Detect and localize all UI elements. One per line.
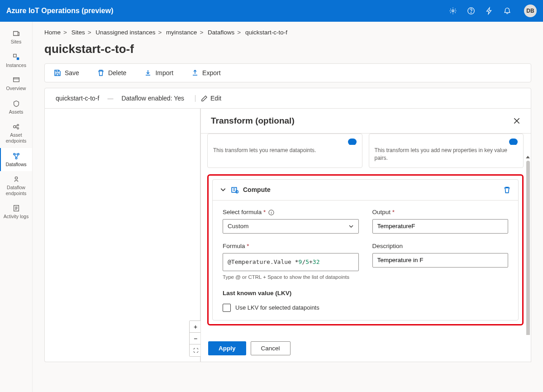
svg-point-0 xyxy=(452,10,454,12)
select-formula-value: Custom xyxy=(228,223,249,229)
nav-assets-label: Assets xyxy=(9,109,24,115)
apply-button[interactable]: Apply xyxy=(208,341,246,355)
nav-instances-label: Instances xyxy=(6,62,26,68)
zoom-controls: + − ⛶ xyxy=(189,320,202,357)
delete-label: Delete xyxy=(108,69,126,76)
nav-dataflows[interactable]: Dataflows xyxy=(0,148,32,172)
lkv-heading: Last known value (LKV) xyxy=(223,290,508,296)
nav-overview-label: Overview xyxy=(6,86,26,91)
crumb-instance[interactable]: myinstance xyxy=(166,29,197,36)
output-label: Output * xyxy=(372,209,509,215)
export-button[interactable]: Export xyxy=(191,69,220,76)
settings-icon[interactable] xyxy=(449,7,457,15)
zoom-in-button[interactable]: + xyxy=(190,321,201,333)
compute-card: Compute Select formula * xyxy=(212,179,519,320)
cancel-button[interactable]: Cancel xyxy=(251,341,291,355)
compute-highlight: Compute Select formula * xyxy=(207,174,524,325)
left-nav: Sites Instances Overview Assets Asset en… xyxy=(0,22,33,392)
svg-point-2 xyxy=(471,13,471,13)
panel-heading: Transform (optional) xyxy=(211,116,513,126)
nav-sites-label: Sites xyxy=(11,39,21,45)
nav-sites[interactable]: Sites xyxy=(0,25,32,49)
header-actions: DB xyxy=(449,5,537,17)
edit-label: Edit xyxy=(210,95,221,102)
lkv-checkbox[interactable] xyxy=(223,304,231,312)
svg-point-15 xyxy=(236,191,238,193)
svg-point-6 xyxy=(13,126,15,128)
select-formula-label: Select formula * xyxy=(223,209,359,215)
crumb-current: quickstart-c-to-f xyxy=(245,29,287,36)
user-avatar[interactable]: DB xyxy=(524,5,537,17)
close-icon[interactable] xyxy=(513,117,521,125)
dropdown-chevron-icon xyxy=(348,224,354,229)
notifications-icon[interactable] xyxy=(503,7,511,15)
nav-assets[interactable]: Assets xyxy=(0,96,32,119)
scroll-up-icon[interactable] xyxy=(525,154,531,160)
edit-button[interactable]: Edit xyxy=(195,95,221,102)
toolbar: Save Delete Import Export xyxy=(44,63,531,82)
save-button[interactable]: Save xyxy=(54,69,79,76)
graph-canvas[interactable] xyxy=(44,109,200,362)
compute-icon xyxy=(231,186,238,194)
export-label: Export xyxy=(202,69,220,76)
save-label: Save xyxy=(65,69,79,76)
scrollbar[interactable] xyxy=(526,161,530,335)
svg-point-10 xyxy=(17,153,19,155)
crumb-unassigned[interactable]: Unassigned instances xyxy=(95,29,155,36)
import-label: Import xyxy=(155,69,173,76)
page-title: quickstart-c-to-f xyxy=(33,40,543,63)
delete-icon[interactable] xyxy=(503,186,511,194)
help-icon[interactable] xyxy=(467,7,475,15)
breadcrumb: Home> Sites> Unassigned instances> myins… xyxy=(33,22,543,40)
dataflow-enabled: Dataflow enabled: Yes xyxy=(121,95,184,102)
description-input[interactable] xyxy=(372,253,509,268)
main-content: Home> Sites> Unassigned instances> myins… xyxy=(33,22,543,392)
nav-asset-endpoints-label: Asset endpoints xyxy=(2,132,30,143)
formula-label: Formula * xyxy=(223,243,359,249)
rename-add-pill[interactable] xyxy=(348,139,357,145)
nav-activity-logs-label: Activity logs xyxy=(4,214,29,220)
whatsnew-icon[interactable] xyxy=(485,7,493,15)
rename-desc: This transform lets you rename datapoint… xyxy=(213,147,357,154)
rename-tile[interactable]: This transform lets you rename datapoint… xyxy=(207,134,362,168)
newprop-tile[interactable]: This transform lets you add new properti… xyxy=(369,134,524,168)
info-icon[interactable] xyxy=(268,210,274,215)
svg-point-11 xyxy=(15,157,17,159)
dataflow-name: quickstart-c-to-f xyxy=(56,95,99,102)
nav-activity-logs[interactable]: Activity logs xyxy=(0,200,32,224)
svg-point-9 xyxy=(13,153,15,155)
nav-overview[interactable]: Overview xyxy=(0,72,32,96)
separator: — xyxy=(107,95,113,102)
crumb-sites[interactable]: Sites xyxy=(71,29,85,36)
chevron-down-icon[interactable] xyxy=(220,186,226,193)
transform-panel: Transform (optional) This transform lets… xyxy=(200,109,531,362)
svg-rect-4 xyxy=(16,57,19,59)
newprop-desc: This transform lets you add new properti… xyxy=(375,147,518,162)
formula-input[interactable]: @Temperature.Value * 9/5 + 32 xyxy=(223,253,359,271)
description-label: Description xyxy=(372,243,509,249)
svg-rect-3 xyxy=(13,54,16,57)
output-input[interactable] xyxy=(372,219,509,234)
newprop-add-pill[interactable] xyxy=(509,139,518,145)
top-header: Azure IoT Operations (preview) DB xyxy=(0,0,543,22)
delete-button[interactable]: Delete xyxy=(97,69,126,76)
zoom-out-button[interactable]: − xyxy=(190,333,201,344)
formula-hint: Type @ or CTRL + Space to show the list … xyxy=(223,273,359,281)
svg-point-12 xyxy=(15,177,17,179)
nav-dataflows-label: Dataflows xyxy=(5,162,26,167)
crumb-home[interactable]: Home xyxy=(44,29,61,36)
svg-rect-5 xyxy=(13,78,19,82)
nav-dataflow-endpoints-label: Dataflow endpoints xyxy=(2,185,30,196)
import-button[interactable]: Import xyxy=(144,69,173,76)
app-title: Azure IoT Operations (preview) xyxy=(6,7,449,15)
zoom-fit-button[interactable]: ⛶ xyxy=(190,344,201,356)
lkv-checkbox-label: Use LKV for selected datapoints xyxy=(235,304,319,311)
crumb-dataflows[interactable]: Dataflows xyxy=(208,29,234,36)
nav-dataflow-endpoints[interactable]: Dataflow endpoints xyxy=(0,171,32,200)
compute-title: Compute xyxy=(243,186,499,193)
nav-instances[interactable]: Instances xyxy=(0,49,32,72)
select-formula-input[interactable]: Custom xyxy=(223,219,359,234)
status-row: quickstart-c-to-f — Dataflow enabled: Ye… xyxy=(44,88,531,109)
nav-asset-endpoints[interactable]: Asset endpoints xyxy=(0,119,32,148)
